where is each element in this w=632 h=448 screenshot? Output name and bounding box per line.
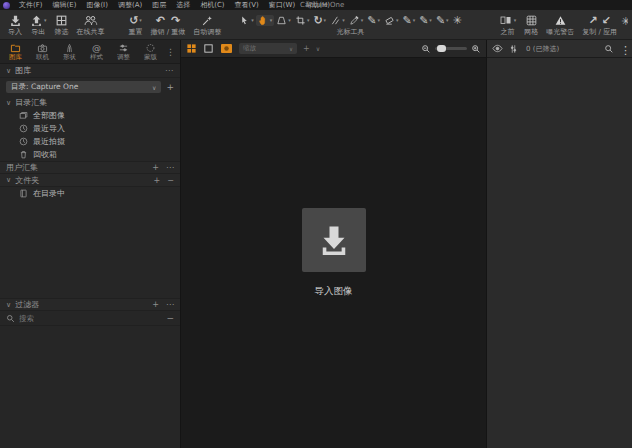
- export-icon: ▾: [30, 13, 47, 27]
- spot-removal-tool[interactable]: ✳: [451, 15, 464, 26]
- clipped-browser-icon[interactable]: ⋮: [620, 42, 627, 56]
- export-dropdown-icon[interactable]: ▾: [44, 18, 47, 23]
- color-picker-tool[interactable]: ▾: [347, 15, 366, 26]
- add-folder-button[interactable]: +: [154, 176, 161, 185]
- exposure-warning-button[interactable]: 曝光警告: [542, 10, 578, 39]
- sort-filter-icon[interactable]: [509, 44, 518, 54]
- user-collections-section[interactable]: 用户汇集 + ⋯: [0, 161, 180, 174]
- viewer-canvas: 导入图像: [181, 58, 486, 448]
- clipped-toolbar-icon[interactable]: ✳: [621, 10, 628, 39]
- collection-all-images[interactable]: 全部图像: [0, 109, 180, 122]
- reset-button[interactable]: ↺ ▾ 重置: [125, 10, 147, 39]
- cursor-tools-group: ▾ ▾ ▾ ▾ ↻ ▾ ▾ ▾: [237, 10, 464, 39]
- online-share-button[interactable]: 在线共享: [73, 10, 109, 39]
- apply-adjustments-icon[interactable]: ↙: [602, 15, 611, 26]
- left-sidebar: 图库 联机 形状 @ 样式 调整: [0, 40, 180, 448]
- clone-tool[interactable]: ✎ ▾: [417, 15, 434, 26]
- erase-mask-tool[interactable]: ▾: [382, 15, 401, 26]
- viewer-preset-value: 缩放: [243, 44, 256, 53]
- keystone-tool[interactable]: ▾: [274, 15, 293, 26]
- crop-icon: [295, 15, 306, 26]
- copy-adjustments-icon[interactable]: ↗: [588, 15, 597, 26]
- remove-folder-button[interactable]: −: [167, 176, 174, 185]
- menu-layer[interactable]: 图层: [147, 0, 171, 10]
- search-input[interactable]: [19, 314, 162, 323]
- add-filter-button[interactable]: +: [152, 300, 159, 309]
- zoom-in-icon[interactable]: [471, 44, 481, 54]
- straighten-tool[interactable]: ▾: [328, 15, 347, 26]
- undo-icon[interactable]: ↶: [156, 15, 165, 26]
- auto-adjust-button[interactable]: 自动调整: [189, 10, 225, 39]
- eye-icon[interactable]: [492, 44, 503, 53]
- grid-button[interactable]: 网格: [520, 10, 542, 39]
- browser-toolbar: 0 (已筛选) ⋮: [487, 40, 632, 58]
- add-catalog-button[interactable]: +: [166, 82, 174, 92]
- annotate-tool[interactable]: ✎ ▾: [434, 15, 451, 26]
- folder-in-catalog[interactable]: 在目录中: [0, 187, 180, 200]
- heal-tool[interactable]: ✎ ▾: [400, 15, 417, 26]
- collection-trash[interactable]: 回收箱: [0, 148, 180, 161]
- library-panel-menu-icon[interactable]: ⋯: [165, 66, 174, 75]
- tab-styles[interactable]: @ 样式: [83, 42, 110, 61]
- browser-thumbnail-area[interactable]: [487, 58, 632, 448]
- collection-recent-imports[interactable]: 最近导入: [0, 122, 180, 135]
- collection-recent-captures[interactable]: 最近拍摄: [0, 135, 180, 148]
- import-label: 导入: [8, 28, 22, 37]
- tab-adjust[interactable]: 调整: [110, 42, 137, 61]
- library-panel-header[interactable]: ∨ 图库 ⋯: [0, 64, 180, 78]
- clone-brush-icon: ✎: [419, 15, 428, 26]
- section-chevron-icon[interactable]: ∨: [6, 301, 11, 309]
- menu-adjustments[interactable]: 调整(A): [113, 0, 147, 10]
- add-user-collection-button[interactable]: +: [152, 163, 159, 172]
- menu-camera[interactable]: 相机(C): [195, 0, 229, 10]
- zoom-out-icon[interactable]: [421, 44, 431, 54]
- user-collections-menu-icon[interactable]: ⋯: [166, 163, 174, 172]
- rotate-tool[interactable]: ↻ ▾: [311, 15, 328, 26]
- redo-icon[interactable]: ↷: [171, 15, 180, 26]
- draw-mask-icon: ✎: [367, 15, 376, 26]
- warning-triangle-icon: [554, 13, 567, 27]
- export-button[interactable]: ▾ 导出: [26, 10, 51, 39]
- menu-select[interactable]: 选择: [171, 0, 195, 10]
- import-button[interactable]: 导入: [4, 10, 26, 39]
- browser-search-icon[interactable]: [604, 44, 614, 54]
- folders-section[interactable]: ∨ 文件夹 + −: [0, 174, 180, 187]
- draw-mask-tool[interactable]: ✎ ▾: [365, 15, 382, 26]
- proof-view-button[interactable]: [220, 43, 233, 54]
- tab-capture[interactable]: 联机: [29, 42, 56, 61]
- single-view-button[interactable]: [203, 43, 214, 54]
- main-toolbar: 导入 ▾ 导出 筛选 在线共享 ↺ ▾ 重置 ↶ ↷ 撤销 / 重做: [0, 10, 632, 40]
- catalog-collections-section[interactable]: ∨ 目录汇集: [0, 96, 180, 109]
- import-images-button[interactable]: [302, 208, 366, 272]
- import-icon: [9, 13, 22, 27]
- menu-view[interactable]: 查看(V): [230, 0, 264, 10]
- cull-button[interactable]: 筛选: [51, 10, 73, 39]
- reset-dropdown-icon[interactable]: ▾: [139, 18, 142, 23]
- collapse-search-button[interactable]: −: [166, 313, 174, 323]
- menu-file[interactable]: 文件(F): [14, 0, 48, 10]
- before-after-button[interactable]: ▾ 之前: [495, 10, 521, 39]
- section-chevron-icon[interactable]: ∨: [6, 176, 11, 184]
- menu-window[interactable]: 窗口(W): [264, 0, 300, 10]
- tab-shapes[interactable]: 形状: [56, 42, 83, 61]
- tab-mask[interactable]: 蒙版: [137, 42, 164, 61]
- zoom-slider[interactable]: [435, 47, 467, 50]
- more-tabs-icon[interactable]: ⋮: [166, 47, 178, 57]
- filters-section[interactable]: ∨ 过滤器 + ⋯: [0, 298, 180, 311]
- before-after-dropdown-icon[interactable]: ▾: [514, 18, 517, 23]
- zoom-slider-knob[interactable]: [437, 45, 446, 52]
- filters-menu-icon[interactable]: ⋯: [166, 300, 174, 309]
- catalog-selector[interactable]: 目录: Capture One ∨: [6, 81, 161, 93]
- add-view-button[interactable]: +: [303, 44, 310, 53]
- viewer-preset-select[interactable]: 缩放 ∨: [239, 43, 297, 54]
- multi-view-button[interactable]: [186, 43, 197, 54]
- tab-library[interactable]: 图库: [2, 42, 29, 61]
- view-options-chevron-icon[interactable]: ∨: [316, 45, 320, 52]
- select-tool[interactable]: ▾: [237, 15, 256, 26]
- menu-edit[interactable]: 编辑(E): [48, 0, 82, 10]
- crop-tool[interactable]: ▾: [293, 15, 312, 26]
- pan-tool[interactable]: ▾: [256, 15, 275, 26]
- collapse-chevron-icon[interactable]: ∨: [6, 67, 11, 75]
- menu-image[interactable]: 图像(I): [81, 0, 113, 10]
- section-chevron-icon[interactable]: ∨: [6, 99, 11, 107]
